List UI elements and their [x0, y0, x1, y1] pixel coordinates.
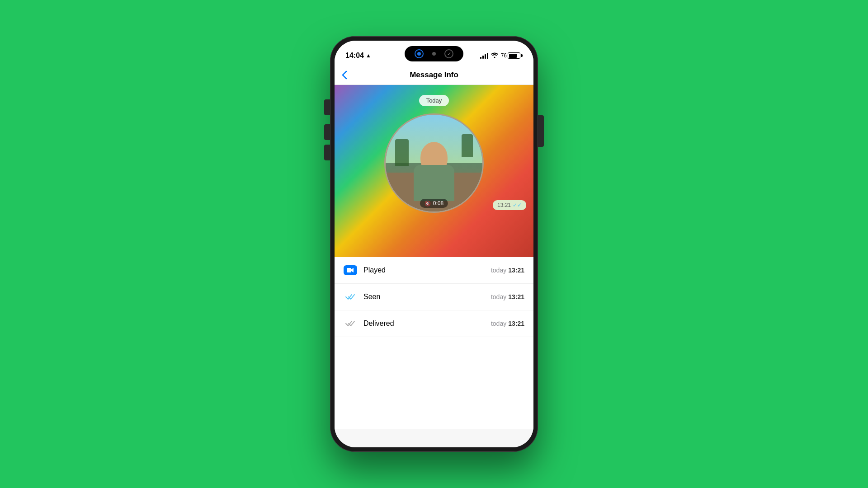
- di-circle: [415, 49, 424, 58]
- seen-time-prefix: today: [491, 293, 506, 300]
- page-title: Message Info: [410, 70, 458, 80]
- delivered-time-prefix: today: [491, 320, 506, 327]
- duration-text: 0:08: [433, 200, 443, 206]
- timestamp-badge: 13:21 ✓✓: [493, 200, 526, 210]
- played-time: today 13:21: [491, 267, 524, 274]
- played-time-value: 13:21: [508, 267, 524, 274]
- read-receipt-icon: ✓✓: [513, 202, 522, 208]
- message-time: 13:21: [497, 202, 511, 208]
- delivered-time-value: 13:21: [508, 320, 524, 327]
- time-display: 14:04: [345, 52, 364, 60]
- phone-frame: 14:04 ▲ ✓: [330, 36, 538, 452]
- dynamic-island: ✓: [405, 46, 463, 61]
- phone-screen: 14:04 ▲ ✓: [335, 41, 533, 447]
- delivered-label: Delivered: [363, 319, 485, 328]
- seen-time: today 13:21: [491, 293, 524, 300]
- bottom-home-area: [335, 429, 533, 447]
- seen-time-value: 13:21: [508, 293, 524, 300]
- seen-label: Seen: [363, 293, 485, 301]
- mute-icon: 🔇: [425, 201, 431, 206]
- delivered-time: today 13:21: [491, 320, 524, 327]
- status-bar: 14:04 ▲ ✓: [335, 41, 533, 65]
- played-row: Played today 13:21: [335, 257, 533, 284]
- signal-bar-4: [487, 53, 488, 59]
- delivered-row: Delivered today 13:21: [335, 310, 533, 337]
- battery-body: [508, 52, 520, 59]
- video-circle: 🔇 0:08: [384, 113, 484, 213]
- signal-icon: [480, 52, 488, 59]
- message-info-list: Played today 13:21 Seen today 13:21: [335, 257, 533, 429]
- played-label: Played: [363, 266, 485, 274]
- timestamp-row: 13:21 ✓✓: [335, 213, 533, 217]
- status-time: 14:04 ▲: [345, 52, 371, 60]
- svg-rect-0: [347, 268, 351, 272]
- nav-header: Message Info: [335, 65, 533, 85]
- battery-fill: [509, 54, 517, 58]
- video-duration-overlay: 🔇 0:08: [420, 199, 448, 208]
- di-check-icon: ✓: [444, 49, 453, 58]
- battery-icon: 76: [501, 52, 523, 59]
- date-badge: Today: [419, 95, 449, 106]
- video-message[interactable]: 🔇 0:08: [384, 113, 484, 213]
- status-icons: 76: [480, 52, 523, 59]
- di-dot: [432, 52, 436, 56]
- delivered-check-icon: [344, 317, 357, 330]
- chat-area: Today 🔇: [335, 85, 533, 257]
- battery-tip: [521, 54, 523, 57]
- location-icon: ▲: [366, 52, 371, 59]
- seen-check-icon: [344, 290, 357, 304]
- wifi-icon: [491, 52, 498, 59]
- seen-row: Seen today 13:21: [335, 284, 533, 310]
- battery-pct: 76: [501, 52, 507, 59]
- played-time-prefix: today: [491, 267, 506, 274]
- signal-bar-2: [482, 56, 484, 59]
- signal-bar-1: [480, 57, 481, 59]
- di-circle-inner: [417, 52, 421, 56]
- signal-bar-3: [485, 54, 486, 59]
- back-button[interactable]: [342, 70, 347, 80]
- video-thumbnail: [386, 115, 482, 211]
- video-camera-icon: [344, 263, 357, 277]
